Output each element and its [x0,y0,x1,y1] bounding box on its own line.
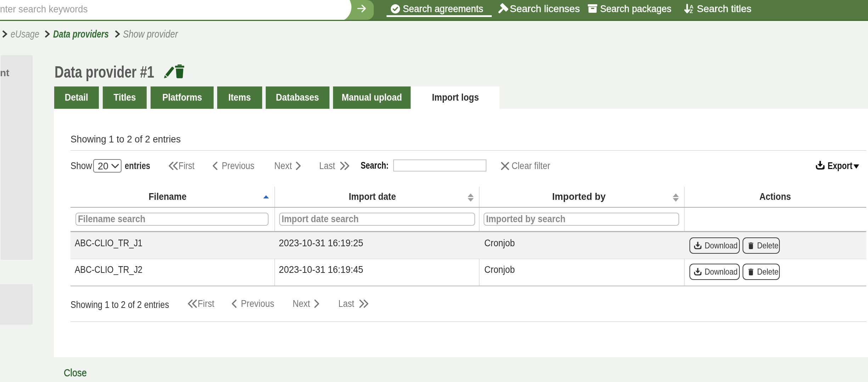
svg-text:Z: Z [690,8,693,14]
